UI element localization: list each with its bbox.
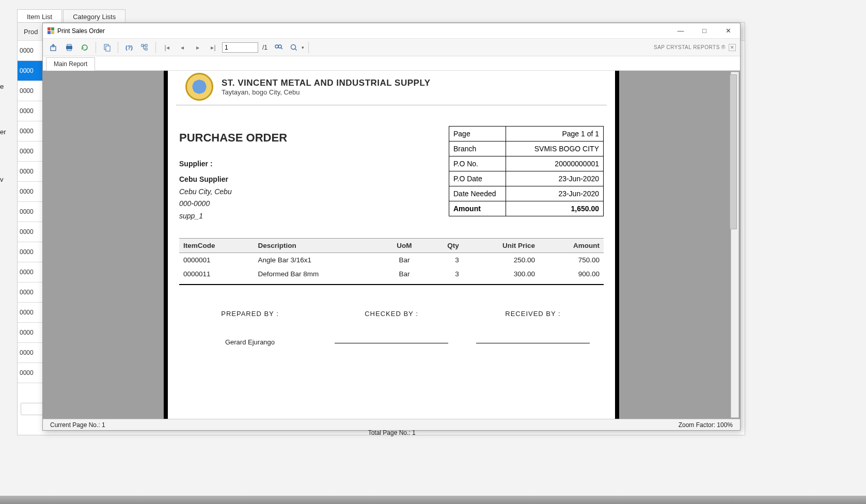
bg-grid-cell[interactable]: 0000 — [18, 141, 43, 162]
col-description: Description — [254, 238, 382, 253]
po-info-value: SVMIS BOGO CITY — [506, 141, 603, 156]
col-uom: UoM — [383, 238, 426, 253]
app-icon — [47, 27, 54, 35]
copy-icon[interactable] — [100, 41, 114, 54]
item-row: 0000001Angle Bar 3/16x1Bar3250.00750.00 — [179, 253, 604, 267]
bg-grid-cell[interactable]: 0000 — [18, 343, 43, 363]
po-info-row: PagePage 1 of 1 — [449, 127, 603, 141]
report-title: PURCHASE ORDER — [179, 131, 287, 145]
bg-grid-cell[interactable]: 0000 — [18, 363, 43, 383]
bg-grid-cell[interactable]: 0000 — [18, 323, 43, 343]
bg-grid-cell[interactable]: 0000 — [18, 41, 43, 61]
item-cell: 0000011 — [179, 267, 254, 281]
col-unitprice: Unit Price — [463, 238, 539, 253]
next-page-icon[interactable]: ▸ — [191, 41, 204, 54]
received-by-label: RECEIVED BY : — [476, 310, 590, 318]
bg-tab-category-lists[interactable]: Category Lists — [63, 9, 125, 24]
col-amount: Amount — [539, 238, 604, 253]
po-info-key: P.O Date — [449, 171, 506, 186]
svg-rect-7 — [145, 44, 147, 46]
bg-grid-cell[interactable]: 0000 — [18, 303, 43, 323]
report-page: ST. VINCENT METAL AND INDUSTRIAL SUPPLY … — [164, 71, 619, 419]
item-row: 0000011Deformed Bar 8mmBar3300.00900.00 — [179, 267, 604, 281]
bg-grid-cell[interactable]: 0000 — [18, 222, 43, 242]
svg-point-9 — [275, 45, 278, 48]
item-cell: 3 — [426, 253, 463, 267]
crystal-reports-brand: SAP CRYSTAL REPORTS ® — [654, 44, 726, 50]
zoom-icon[interactable] — [287, 41, 301, 54]
status-current-page: Current Page No.: 1 — [43, 421, 113, 429]
item-cell: 0000001 — [179, 253, 254, 267]
svg-rect-8 — [145, 48, 147, 50]
po-info-row: BranchSVMIS BOGO CITY — [449, 141, 603, 156]
tab-main-report[interactable]: Main Report — [46, 57, 95, 71]
svg-rect-5 — [106, 46, 110, 51]
print-icon[interactable] — [62, 41, 76, 54]
item-cell: Bar — [383, 267, 426, 281]
panel-close-icon[interactable]: ✕ — [729, 44, 736, 51]
col-itemcode: ItemCode — [179, 238, 254, 253]
supplier-address: Cebu City, Cebu — [179, 186, 287, 198]
received-by-line — [476, 325, 590, 343]
bg-grid-cell[interactable]: 0000 — [18, 121, 43, 141]
report-toolbar: (?) |◂ ◂ ▸ ▸| /1 ▾ SAP CRYSTAL REPORTS ®… — [43, 39, 740, 56]
po-info-key: Branch — [449, 141, 506, 156]
company-logo — [185, 73, 213, 101]
status-zoom: Zoom Factor: 100% — [671, 421, 740, 429]
supplier-code: supp_1 — [179, 210, 287, 223]
bg-fragment: e — [0, 83, 10, 90]
po-info-key: Page — [449, 127, 506, 141]
bg-grid-cell[interactable]: 0000 — [18, 282, 43, 303]
maximize-button[interactable]: □ — [692, 23, 716, 39]
bg-grid-cell[interactable]: 0000 — [18, 61, 43, 81]
po-info-value: 1,650.00 — [506, 201, 603, 216]
bg-fragment: er — [0, 128, 10, 136]
bg-grid-cell[interactable]: 0000 — [18, 101, 43, 121]
export-icon[interactable] — [47, 41, 60, 54]
company-address: Taytayan, bogo City, Cebu — [222, 88, 431, 96]
zoom-dropdown-icon[interactable]: ▾ — [302, 45, 304, 50]
item-cell: 900.00 — [539, 267, 604, 281]
svg-point-11 — [291, 44, 296, 49]
prepared-by-name: Gerard Ejurango — [193, 338, 307, 346]
window-title: Print Sales Order — [57, 27, 105, 35]
svg-rect-2 — [67, 44, 71, 46]
item-cell: Bar — [383, 253, 426, 267]
bg-grid-cell[interactable]: 0000 — [18, 242, 43, 262]
po-info-key: Amount — [449, 201, 506, 216]
po-info-row: P.O Date23-Jun-2020 — [449, 171, 603, 186]
scrollbar-thumb[interactable] — [730, 74, 737, 229]
page-number-input[interactable] — [222, 42, 258, 53]
svg-rect-3 — [67, 49, 71, 51]
close-button[interactable]: ✕ — [716, 23, 740, 39]
po-info-value: 20000000001 — [506, 156, 603, 171]
bg-grid-cell[interactable]: 0000 — [18, 262, 43, 282]
po-info-row: Date Needed23-Jun-2020 — [449, 186, 603, 201]
vertical-scrollbar[interactable] — [731, 72, 739, 418]
group-tree-icon[interactable] — [138, 41, 151, 54]
supplier-label: Supplier : — [179, 158, 287, 170]
items-table: ItemCode Description UoM Qty Unit Price … — [179, 238, 604, 281]
bg-grid-cell[interactable]: 0000 — [18, 81, 43, 101]
checked-by-label: CHECKED BY : — [335, 310, 448, 318]
po-info-value: Page 1 of 1 — [506, 127, 603, 141]
company-name: ST. VINCENT METAL AND INDUSTRIAL SUPPLY — [222, 78, 431, 88]
bg-grid-cell[interactable]: 0000 — [18, 162, 43, 182]
report-viewer: ST. VINCENT METAL AND INDUSTRIAL SUPPLY … — [43, 71, 740, 419]
status-bar: Current Page No.: 1 Total Page No.: 1 Zo… — [43, 419, 740, 430]
titlebar: Print Sales Order — □ ✕ — [43, 23, 740, 39]
bg-tab-item-list[interactable]: Item List — [17, 9, 62, 24]
po-info-key: Date Needed — [449, 186, 506, 201]
params-icon[interactable]: (?) — [122, 41, 136, 54]
bg-grid-cell[interactable]: 0000 — [18, 202, 43, 222]
find-icon[interactable] — [272, 41, 285, 54]
item-cell: 750.00 — [539, 253, 604, 267]
po-info-value: 23-Jun-2020 — [506, 186, 603, 201]
first-page-icon[interactable]: |◂ — [160, 41, 174, 54]
svg-rect-6 — [141, 44, 144, 46]
prev-page-icon[interactable]: ◂ — [176, 41, 189, 54]
bg-grid-cell[interactable]: 0000 — [18, 182, 43, 202]
last-page-icon[interactable]: ▸| — [207, 41, 220, 54]
refresh-icon[interactable] — [78, 41, 91, 54]
minimize-button[interactable]: — — [669, 23, 692, 39]
